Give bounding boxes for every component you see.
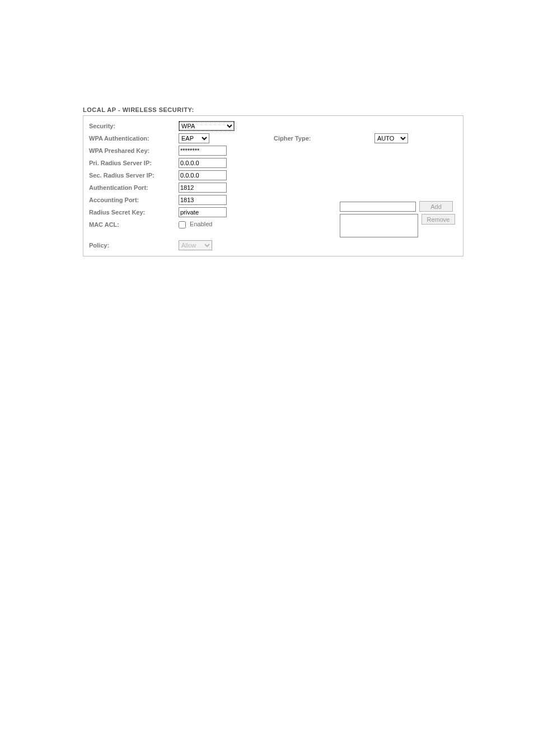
- mac-acl-checkbox[interactable]: [179, 221, 186, 228]
- mac-acl-label: MAC ACL:: [89, 221, 179, 228]
- panel-title: LOCAL AP - WIRELESS SECURITY:: [83, 106, 463, 113]
- acct-port-input[interactable]: [179, 195, 227, 205]
- wpa-auth-select[interactable]: EAP: [179, 133, 209, 143]
- wireless-security-panel: Security: WPA WPA Authentication: EAP Ci…: [83, 115, 463, 256]
- mac-address-input[interactable]: [340, 202, 416, 212]
- pri-radius-input[interactable]: [179, 158, 227, 168]
- wpa-auth-label: WPA Authentication:: [89, 135, 179, 142]
- add-button[interactable]: Add: [419, 201, 453, 212]
- acct-port-label: Accounting Port:: [89, 197, 179, 203]
- wpa-psk-label: WPA Preshared Key:: [89, 147, 179, 154]
- security-select[interactable]: WPA: [179, 121, 235, 131]
- radius-secret-label: Radius Secret Key:: [89, 209, 179, 216]
- remove-button[interactable]: Remove: [421, 214, 455, 225]
- mac-acl-enabled-text: Enabled: [190, 221, 212, 227]
- wpa-psk-input[interactable]: [179, 146, 227, 156]
- pri-radius-label: Pri. Radius Server IP:: [89, 160, 179, 166]
- cipher-type-select[interactable]: AUTO: [374, 133, 408, 143]
- sec-radius-input[interactable]: [179, 170, 227, 180]
- cipher-type-label: Cipher Type:: [263, 135, 374, 142]
- auth-port-input[interactable]: [179, 183, 227, 193]
- security-label: Security:: [89, 123, 179, 129]
- auth-port-label: Authentication Port:: [89, 184, 179, 191]
- sec-radius-label: Sec. Radius Server IP:: [89, 172, 179, 179]
- radius-secret-input[interactable]: [179, 207, 227, 217]
- policy-select[interactable]: Allow: [179, 240, 212, 250]
- mac-address-listbox[interactable]: [340, 214, 418, 237]
- policy-label: Policy:: [89, 242, 179, 249]
